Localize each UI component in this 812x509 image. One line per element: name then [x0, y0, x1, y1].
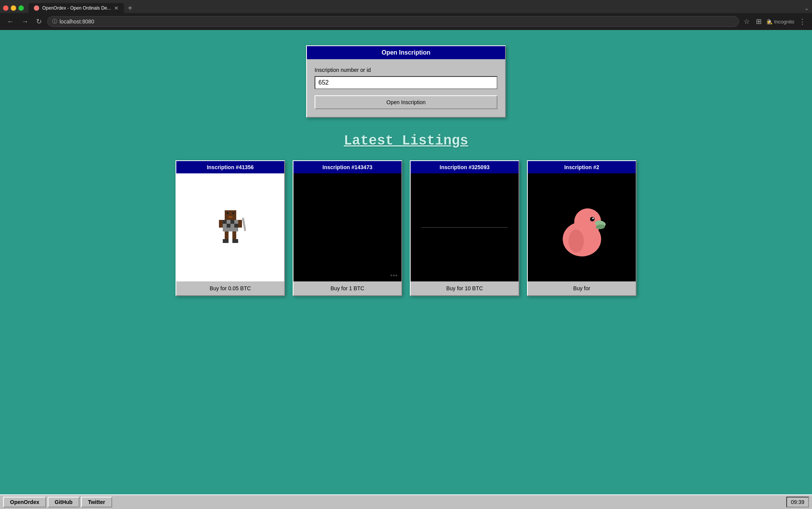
svg-rect-7 [223, 220, 227, 224]
browser-chrome: OpenOrdex - Open Ordinals De... ✕ + ⌄ ← … [0, 0, 812, 30]
openordex-button[interactable]: OpenOrdex [3, 497, 46, 507]
listing-card-price-2: Buy for 1 BTC [293, 281, 401, 295]
incognito-badge: 🕵 Incognito [766, 19, 794, 25]
listing-card-price-1: Buy for 0.05 BTC [176, 281, 284, 295]
svg-rect-5 [229, 216, 232, 218]
dialog-title: Open Inscription [381, 49, 430, 56]
pixel-character-svg [215, 210, 246, 245]
listing-card-image-3 [411, 173, 519, 281]
back-button[interactable]: ← [5, 17, 16, 27]
listing-card-title-1: Inscription #41356 [176, 161, 284, 173]
listing-card-4[interactable]: Inscription #2 Buy for [527, 160, 636, 296]
svg-rect-10 [234, 224, 238, 228]
plus-text: +++ [390, 273, 398, 278]
svg-point-21 [592, 218, 594, 219]
bookmark-icon[interactable]: ☆ [742, 17, 751, 27]
tab-bar: OpenOrdex - Open Ordinals De... ✕ + ⌄ [0, 0, 812, 13]
listings-grid: Inscription #41356 [176, 160, 636, 296]
listing-card-image-1 [176, 173, 284, 281]
svg-rect-0 [225, 210, 236, 220]
toolbar-right: ☆ ⊞ 🕵 Incognito ⋮ [742, 17, 807, 27]
listing-card-image-2: +++ [293, 173, 401, 281]
dialog-title-bar: Open Inscription [307, 46, 505, 59]
close-button[interactable] [3, 5, 8, 11]
listing-card-title-3: Inscription #325093 [411, 161, 519, 173]
listing-card-3[interactable]: Inscription #325093 Buy for 10 BTC [410, 160, 519, 296]
svg-rect-3 [227, 212, 229, 214]
svg-point-24 [568, 230, 584, 253]
listing-card-image-4 [528, 173, 636, 281]
inscription-input[interactable] [315, 76, 497, 89]
browser-toolbar: ← → ↻ ⓘ localhost:8080 ☆ ⊞ 🕵 Incognito ⋮ [0, 13, 812, 30]
address-bar[interactable]: ⓘ localhost:8080 [47, 16, 739, 27]
open-inscription-button[interactable]: Open Inscription [315, 95, 497, 109]
horizontal-line [421, 227, 508, 228]
pink-bird-svg [555, 197, 609, 258]
address-text: localhost:8080 [60, 18, 734, 25]
listing-card-2[interactable]: Inscription #143473 +++ Buy for 1 BTC [293, 160, 402, 296]
listing-card-price-4: Buy for [528, 281, 636, 295]
open-inscription-dialog: Open Inscription Inscription number or i… [306, 45, 506, 118]
reload-button[interactable]: ↻ [34, 17, 44, 27]
taskbar: OpenOrdex GitHub Twitter 09:39 [0, 494, 812, 509]
svg-rect-4 [232, 212, 234, 214]
svg-rect-13 [242, 218, 246, 231]
github-button[interactable]: GitHub [48, 497, 80, 507]
svg-rect-9 [230, 220, 234, 224]
listing-card-title-2: Inscription #143473 [293, 161, 401, 173]
svg-rect-17 [232, 239, 238, 243]
maximize-button[interactable] [18, 5, 24, 11]
listing-card-title-4: Inscription #2 [528, 161, 636, 173]
svg-rect-11 [219, 220, 223, 228]
incognito-icon: 🕵 [766, 19, 772, 25]
listing-card-price-3: Buy for 10 BTC [411, 281, 519, 295]
menu-icon[interactable]: ⋮ [797, 17, 807, 27]
section-title: Latest Listings [344, 133, 468, 149]
tab-favicon [34, 5, 39, 11]
page-content: Open Inscription Inscription number or i… [0, 30, 812, 509]
svg-point-20 [590, 217, 595, 221]
traffic-lights [3, 5, 24, 11]
tab-close-icon[interactable]: ✕ [114, 5, 119, 11]
forward-button[interactable]: → [19, 17, 31, 27]
minimize-button[interactable] [11, 5, 16, 11]
incognito-label: Incognito [774, 19, 794, 25]
tab-title: OpenOrdex - Open Ordinals De... [42, 5, 111, 11]
listing-card-1[interactable]: Inscription #41356 [176, 160, 285, 296]
inscription-label: Inscription number or id [315, 67, 497, 73]
extensions-icon[interactable]: ⊞ [754, 17, 763, 27]
twitter-button[interactable]: Twitter [81, 497, 112, 507]
dialog-body: Inscription number or id Open Inscriptio… [307, 59, 505, 117]
new-tab-button[interactable]: + [126, 4, 135, 12]
active-tab[interactable]: OpenOrdex - Open Ordinals De... ✕ [28, 3, 124, 13]
tab-chevron-icon: ⌄ [804, 5, 809, 11]
svg-rect-16 [223, 239, 229, 243]
svg-rect-8 [227, 224, 230, 228]
svg-rect-12 [238, 220, 242, 228]
lock-icon: ⓘ [52, 18, 57, 25]
taskbar-clock: 09:39 [786, 497, 809, 507]
